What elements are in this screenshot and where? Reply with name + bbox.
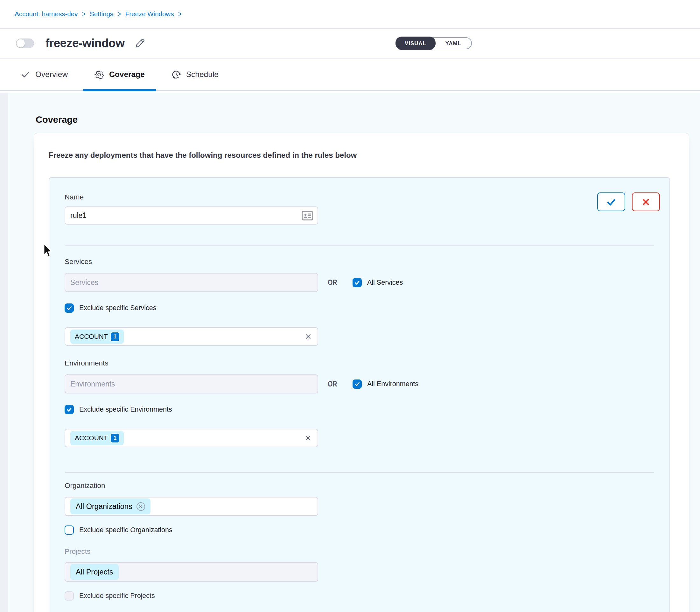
excluded-environments-chip[interactable]: ACCOUNT 1: [70, 431, 124, 445]
breadcrumb-freeze-windows-link[interactable]: Freeze Windows: [125, 10, 174, 18]
environments-placeholder: Environments: [70, 380, 115, 388]
tab-overview[interactable]: Overview: [10, 58, 79, 91]
pencil-icon: [135, 38, 146, 49]
coverage-card: Freeze any deployments that have the fol…: [34, 133, 689, 612]
exclude-organizations-label: Exclude specific Organizations: [79, 526, 173, 534]
left-edge-strip: [0, 93, 8, 612]
exclude-projects-checkbox: [65, 591, 74, 600]
checkbox-check-icon: [354, 280, 360, 286]
all-environments-checkbox[interactable]: [353, 379, 362, 389]
check-icon: [21, 70, 30, 79]
breadcrumb-separator: >: [118, 10, 121, 18]
exclude-services-checkbox[interactable]: [65, 304, 74, 313]
all-services-checkbox[interactable]: [353, 278, 362, 287]
freeze-studio-tabs: Overview Coverage Schedule: [0, 58, 700, 91]
divider: [65, 245, 654, 246]
remove-organization-chip-button[interactable]: [137, 502, 145, 511]
checkbox-check-icon: [354, 381, 360, 387]
services-input-disabled: Services: [65, 273, 318, 292]
environments-label: Environments: [65, 359, 654, 367]
chip-count-badge: 1: [111, 332, 119, 341]
page-title: freeze-window: [45, 37, 124, 50]
chip-text: All Projects: [76, 568, 113, 576]
exclude-organizations-checkbox[interactable]: [65, 526, 74, 535]
confirm-rule-button[interactable]: [597, 192, 625, 211]
chip-count-badge: 1: [111, 434, 119, 443]
projects-input-disabled: All Projects: [65, 562, 318, 582]
cancel-rule-button[interactable]: [632, 192, 660, 211]
environments-or-text: OR: [328, 379, 337, 388]
tab-overview-label: Overview: [35, 70, 68, 79]
chip-text: All Organizations: [76, 502, 132, 511]
tab-coverage[interactable]: Coverage: [83, 58, 156, 91]
tab-schedule[interactable]: Schedule: [160, 58, 230, 91]
clear-x-icon: [304, 434, 312, 442]
breadcrumb: Account: harness-dev > Settings > Freeze…: [0, 0, 700, 29]
organization-multiselect[interactable]: All Organizations: [65, 497, 318, 516]
exclude-environments-checkbox[interactable]: [65, 405, 74, 414]
cancel-x-icon: [641, 197, 651, 207]
exclude-environments-label: Exclude specific Environments: [79, 406, 172, 414]
gear-icon: [94, 70, 104, 80]
services-or-text: OR: [328, 278, 337, 287]
environments-input-disabled: Environments: [65, 374, 318, 393]
schedule-clock-icon: [171, 70, 181, 80]
breadcrumb-separator: >: [82, 10, 85, 18]
tab-schedule-label: Schedule: [186, 70, 219, 79]
freeze-window-header: freeze-window VISUAL YAML: [0, 29, 700, 58]
services-placeholder: Services: [70, 278, 98, 287]
visual-yaml-switch: VISUAL YAML: [396, 37, 472, 49]
rule-actions: [597, 192, 660, 211]
coverage-tab-content: Coverage Freeze any deployments that hav…: [0, 93, 700, 612]
chip-scope-text: ACCOUNT: [75, 434, 108, 442]
checkbox-check-icon: [66, 406, 72, 413]
id-card-icon: [302, 211, 313, 220]
organization-label: Organization: [65, 482, 654, 490]
freeze-rule-panel: Name rule1 Services: [49, 177, 670, 612]
coverage-section-title: Coverage: [36, 114, 700, 125]
clear-excluded-services-button[interactable]: [304, 333, 312, 340]
name-label: Name: [65, 193, 654, 201]
tab-coverage-label: Coverage: [109, 70, 145, 79]
chip-scope-text: ACCOUNT: [75, 333, 108, 340]
all-organizations-chip[interactable]: All Organizations: [70, 498, 151, 514]
divider: [65, 472, 654, 473]
breadcrumb-separator: >: [178, 10, 181, 18]
clear-x-icon: [304, 333, 312, 340]
excluded-services-chip[interactable]: ACCOUNT 1: [70, 330, 124, 344]
rule-name-input[interactable]: rule1: [65, 206, 318, 225]
toggle-knob: [16, 39, 25, 48]
services-label: Services: [65, 258, 654, 266]
freeze-enabled-toggle[interactable]: [16, 39, 34, 48]
coverage-card-heading: Freeze any deployments that have the fol…: [49, 151, 689, 160]
checkbox-check-icon: [66, 305, 72, 311]
all-projects-chip: All Projects: [70, 564, 119, 580]
yaml-mode-button[interactable]: YAML: [436, 40, 471, 46]
visual-mode-button[interactable]: VISUAL: [396, 37, 436, 50]
all-services-label: All Services: [367, 279, 403, 287]
breadcrumb-account-link[interactable]: Account: harness-dev: [15, 10, 78, 18]
rule-name-value: rule1: [70, 211, 86, 220]
breadcrumb-settings-link[interactable]: Settings: [90, 10, 113, 18]
exclude-projects-label: Exclude specific Projects: [79, 592, 155, 600]
circle-x-icon: [139, 504, 143, 509]
exclude-services-label: Exclude specific Services: [79, 304, 156, 312]
excluded-services-multiselect[interactable]: ACCOUNT 1: [65, 327, 318, 346]
excluded-environments-multiselect[interactable]: ACCOUNT 1: [65, 429, 318, 447]
clear-excluded-environments-button[interactable]: [304, 434, 312, 442]
confirm-check-icon: [605, 196, 617, 208]
projects-label: Projects: [65, 547, 654, 556]
edit-title-button[interactable]: [135, 38, 146, 49]
all-environments-label: All Environments: [367, 380, 418, 388]
